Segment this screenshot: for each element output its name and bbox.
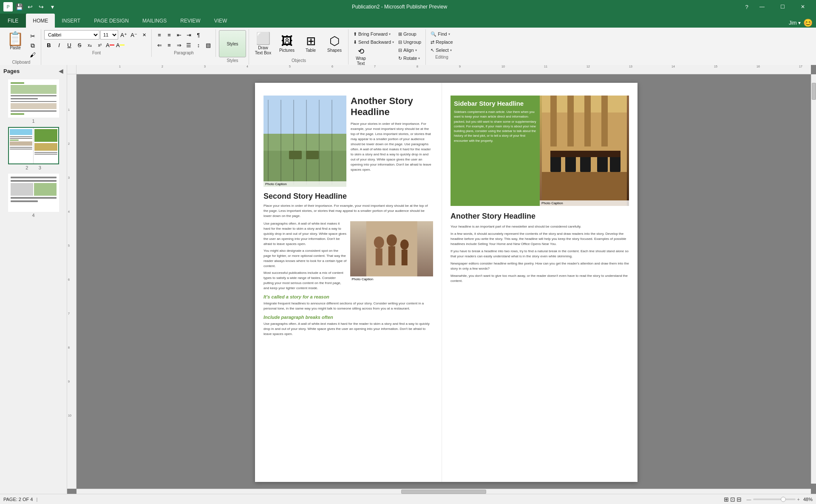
- cut-button[interactable]: ✂: [27, 32, 38, 40]
- draw-text-box-label: DrawText Box: [255, 45, 271, 56]
- superscript-button[interactable]: x²: [95, 40, 105, 50]
- show-pilcrow-button[interactable]: ¶: [194, 30, 203, 39]
- font-color-button[interactable]: A: [105, 40, 115, 50]
- tab-home[interactable]: HOME: [26, 14, 55, 28]
- font-size-increase[interactable]: A⁺: [119, 30, 128, 39]
- italic-button[interactable]: I: [54, 40, 64, 50]
- ruler-v-label: 6: [68, 278, 70, 281]
- svg-rect-10: [306, 151, 319, 159]
- h-scroll-thumb[interactable]: [401, 490, 486, 494]
- align-label: Align: [403, 48, 414, 53]
- copy-button[interactable]: ⧉: [27, 41, 38, 50]
- horizontal-scrollbar[interactable]: [76, 489, 811, 494]
- svg-rect-20: [550, 96, 557, 146]
- underline-button[interactable]: U: [65, 40, 74, 50]
- shapes-button[interactable]: ⬡ Shapes: [323, 30, 346, 57]
- pages-panel-toggle[interactable]: ◀: [59, 68, 63, 74]
- align-center-button[interactable]: ≡: [164, 40, 174, 50]
- draw-text-box-button[interactable]: ⬜ DrawText Box: [252, 30, 274, 57]
- ruler-v-label: 7: [68, 312, 70, 315]
- styles-button[interactable]: Styles: [219, 30, 246, 57]
- ungroup-button[interactable]: ⊟ Ungroup: [397, 38, 423, 46]
- page-thumb-1[interactable]: 1: [2, 79, 65, 124]
- minimize-button[interactable]: —: [752, 0, 772, 14]
- strikethrough-button[interactable]: S: [75, 40, 84, 50]
- view-normal-button[interactable]: ⊞: [724, 496, 729, 503]
- rotate-button[interactable]: ↻ Rotate ▾: [397, 54, 423, 62]
- text-highlight-button[interactable]: A: [116, 40, 125, 50]
- bold-button[interactable]: B: [44, 40, 54, 50]
- tab-file[interactable]: FILE: [0, 14, 26, 28]
- clear-formatting[interactable]: ✕: [139, 30, 149, 39]
- tab-review[interactable]: REVIEW: [173, 14, 207, 28]
- zoom-slider[interactable]: [753, 498, 796, 500]
- ruler-h-content: 1 2 3 4 5 6 7 8 9 10 11 12 13 14 15 16 1…: [76, 65, 811, 74]
- qat-dropdown[interactable]: ▾: [48, 2, 57, 11]
- align-button[interactable]: ⊟ Align ▾: [397, 46, 423, 54]
- ruler-h-label: 15: [714, 65, 717, 68]
- tab-insert[interactable]: INSERT: [55, 14, 87, 28]
- select-dropdown[interactable]: ▾: [450, 48, 452, 52]
- view-page-button[interactable]: ⊡: [730, 496, 735, 503]
- v-scroll-thumb[interactable]: [812, 83, 816, 100]
- replace-icon: ⇄: [431, 39, 434, 45]
- body3: You might also designate a consistent sp…: [264, 248, 347, 269]
- micro-block2: [34, 143, 57, 151]
- font-size-decrease[interactable]: A⁻: [129, 30, 139, 39]
- page-number-1: 1: [32, 118, 34, 124]
- svg-rect-3: [268, 100, 269, 185]
- table-button[interactable]: ⊞ Table: [300, 30, 322, 57]
- subhead2-body: Use paragraphs often. A wall of white-te…: [264, 321, 433, 337]
- justify-button[interactable]: ☰: [184, 40, 193, 50]
- send-backward-button[interactable]: ⬇ Send Backward ▾: [351, 38, 396, 46]
- page-info: PAGE: 2 OF 4: [3, 497, 33, 502]
- bring-forward-icon: ⬆: [353, 31, 357, 37]
- replace-button[interactable]: ⇄ Replace: [429, 38, 454, 46]
- subscript-button[interactable]: x₂: [85, 40, 94, 50]
- align-dropdown[interactable]: ▾: [415, 48, 417, 52]
- page-thumb-spread-23[interactable]: 2 3: [2, 126, 65, 171]
- rotate-dropdown[interactable]: ▾: [418, 56, 420, 60]
- bring-forward-dropdown[interactable]: ▾: [389, 32, 391, 36]
- svg-rect-15: [388, 246, 395, 265]
- save-button[interactable]: 💾: [14, 2, 24, 11]
- tab-view[interactable]: VIEW: [207, 14, 234, 28]
- page-thumb-4[interactable]: 4: [2, 173, 65, 219]
- decrease-indent-button[interactable]: ⇤: [174, 30, 184, 39]
- bring-forward-button[interactable]: ⬆ Bring Forward ▾: [351, 30, 396, 38]
- line-spacing-button[interactable]: ↕: [194, 40, 203, 50]
- select-button[interactable]: ↖ Select ▾: [429, 46, 454, 54]
- numbering-button[interactable]: ≡: [164, 30, 174, 39]
- wrap-text-button[interactable]: ⟲ WrapText: [351, 47, 370, 65]
- zoom-in-button[interactable]: +: [797, 497, 800, 502]
- inline-story-image: [350, 221, 434, 276]
- find-button[interactable]: 🔍 Find ▾: [429, 30, 454, 38]
- vertical-scrollbar[interactable]: [811, 74, 816, 484]
- send-backward-dropdown[interactable]: ▾: [392, 40, 394, 44]
- format-painter-button[interactable]: 🖌: [27, 51, 38, 59]
- tab-page-design[interactable]: PAGE DESIGN: [87, 14, 136, 28]
- shading-button[interactable]: ▧: [204, 40, 213, 50]
- undo-button[interactable]: ↩: [26, 2, 35, 11]
- restore-button[interactable]: ☐: [773, 0, 792, 14]
- close-button[interactable]: ✕: [793, 0, 813, 14]
- font-size-select[interactable]: 11: [100, 30, 118, 39]
- tab-mailings[interactable]: MAILINGS: [136, 14, 173, 28]
- redo-button[interactable]: ↪: [37, 2, 46, 11]
- group-button[interactable]: ⊞ Group: [397, 30, 423, 38]
- user-name[interactable]: Jim ▾: [789, 20, 801, 26]
- view-two-page-button[interactable]: ⊟: [737, 496, 742, 503]
- view-buttons: ⊞ ⊡ ⊟: [724, 496, 742, 503]
- paste-button[interactable]: 📋 Paste: [4, 30, 26, 57]
- align-left-button[interactable]: ⇐: [155, 40, 164, 50]
- zoom-out-button[interactable]: —: [747, 497, 751, 502]
- bullets-button[interactable]: ≡: [155, 30, 164, 39]
- align-right-button[interactable]: ⇒: [174, 40, 184, 50]
- horizontal-ruler: 1 2 3 4 5 6 7 8 9 10 11 12 13 14 15 16 1…: [76, 65, 811, 74]
- increase-indent-button[interactable]: ⇥: [184, 30, 193, 39]
- find-dropdown[interactable]: ▾: [448, 32, 450, 36]
- second-story-section: Second Story Headline Place your stories…: [264, 192, 433, 291]
- help-icon[interactable]: ?: [742, 2, 751, 11]
- pictures-button[interactable]: 🖼 Pictures: [276, 30, 298, 57]
- font-name-select[interactable]: Calibri: [44, 30, 99, 39]
